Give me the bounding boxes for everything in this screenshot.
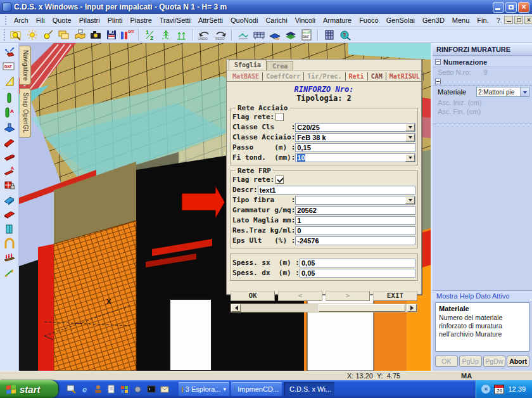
fi-tond-select[interactable]: 10 — [295, 153, 415, 162]
tab-tir-prec[interactable]: Tir/Prec. — [304, 72, 345, 80]
dropdown-arrow-icon[interactable] — [405, 124, 415, 131]
tab-navigatore[interactable]: Navigatore — [20, 46, 31, 85]
menu-fili[interactable]: Fili — [32, 15, 49, 25]
regen-sun-icon[interactable] — [25, 28, 40, 42]
beam-label-icon[interactable]: A — [2, 164, 17, 178]
zoom-point-icon[interactable] — [41, 28, 56, 42]
node-measure-icon[interactable] — [174, 28, 189, 42]
dxf-onoff-icon[interactable]: on-offDXF — [299, 28, 314, 42]
tab-crea[interactable]: Crea — [267, 61, 293, 70]
internet-explorer-icon[interactable]: e — [79, 384, 90, 395]
numbering-icon[interactable]: 12 — [142, 28, 158, 42]
start-button[interactable]: start — [0, 380, 58, 398]
next-button[interactable]: > — [326, 291, 370, 301]
descr-input[interactable]: text1 — [258, 186, 415, 195]
node-tree-icon[interactable] — [158, 28, 174, 42]
mdi-restore-button[interactable] — [514, 16, 523, 24]
document-icon[interactable] — [106, 384, 117, 395]
eps-ult-input[interactable]: -24576 — [295, 236, 415, 245]
tab-sfoglia[interactable]: Sfoglia — [229, 60, 267, 70]
pan-arrows-icon[interactable] — [2, 44, 17, 59]
flag-rete-acciaio-checkbox[interactable] — [276, 113, 284, 121]
classe-cls-select[interactable]: C20/25 — [295, 123, 415, 132]
arch-icon[interactable] — [2, 236, 17, 251]
mdi-minimize-button[interactable] — [504, 16, 513, 24]
redo-icon[interactable]: REDO — [213, 28, 228, 42]
collapse-icon[interactable] — [435, 79, 441, 84]
mail-icon[interactable] — [159, 384, 170, 395]
lato-maglia-input[interactable]: 1 — [295, 216, 415, 225]
save-floppy-icon[interactable] — [104, 28, 119, 42]
dropdown-arrow-icon[interactable] — [520, 87, 529, 96]
scrollbar-thumb[interactable] — [319, 304, 406, 312]
table-icon[interactable] — [251, 28, 267, 42]
user-icon[interactable] — [92, 384, 103, 395]
menu-gen3d[interactable]: Gen3D — [419, 15, 448, 25]
tab-matbase[interactable]: MatBASE — [229, 72, 263, 80]
menu-gensolai[interactable]: GenSolai — [383, 15, 419, 25]
panel-ok-button[interactable]: OK — [435, 356, 458, 367]
ok-button[interactable]: OK — [231, 291, 275, 301]
wall-icon[interactable] — [2, 193, 17, 207]
dropdown-arrow-icon[interactable] — [405, 134, 415, 141]
flag-rete-frp-checkbox[interactable] — [276, 176, 284, 184]
scroll-left-icon[interactable] — [231, 304, 241, 312]
tab-coeffcorr[interactable]: CoeffCorr — [263, 72, 304, 80]
columns-off-icon[interactable]: OFF — [120, 28, 135, 42]
menu-help[interactable]: ? — [493, 15, 504, 25]
measure-caliper-icon[interactable] — [2, 266, 17, 280]
mdi-close-button[interactable]: × — [524, 16, 532, 24]
restore-button[interactable] — [505, 2, 517, 13]
menu-quote[interactable]: Quote — [49, 15, 75, 25]
classe-acciaio-select[interactable]: FeB 38 k — [295, 133, 415, 142]
column-label-icon[interactable]: A — [2, 105, 17, 120]
tipo-fibra-select[interactable] — [295, 196, 415, 205]
foundation-icon[interactable] — [2, 120, 17, 134]
menu-menu[interactable]: Menu — [448, 15, 474, 25]
menu-piastre[interactable]: Piastre — [127, 15, 156, 25]
layers-icon[interactable] — [283, 28, 298, 42]
colors-grid-icon[interactable] — [119, 384, 130, 395]
minimize-button[interactable] — [493, 2, 504, 13]
menu-fin[interactable]: Fin. — [473, 15, 492, 25]
snapshot-camera-icon[interactable] — [88, 28, 103, 42]
dropdown-arrow-icon[interactable] — [405, 196, 415, 204]
grammatur-input[interactable]: 20562 — [295, 206, 415, 215]
pgdw-button[interactable]: PgDw — [483, 356, 506, 367]
res-traz-input[interactable]: 0 — [295, 226, 415, 235]
scroll-right-icon[interactable] — [407, 304, 417, 312]
menu-armature[interactable]: Armature — [319, 15, 355, 25]
beam-icon[interactable] — [2, 149, 17, 164]
menu-fuoco[interactable]: Fuoco — [355, 15, 383, 25]
task-cds[interactable]: C.D.S. x Wi... — [284, 382, 334, 396]
dropdown-arrow-icon[interactable] — [405, 154, 415, 162]
exit-button[interactable]: EXIT — [373, 291, 417, 301]
panel-lock-icon[interactable] — [2, 178, 17, 193]
view-3d-icon[interactable] — [72, 28, 87, 42]
tab-reti[interactable]: Reti — [346, 72, 368, 80]
mesh-gen-icon[interactable] — [236, 28, 251, 42]
ruler-triangle-icon[interactable] — [2, 74, 17, 88]
show-desktop-icon[interactable] — [66, 384, 77, 395]
tab-snap-opengl[interactable]: Snap OpenGL — [20, 88, 31, 138]
spess-dx-input[interactable]: 0,05 — [300, 269, 415, 278]
spess-sx-input[interactable]: 0,05 — [300, 259, 415, 267]
close-button[interactable]: × — [518, 2, 529, 13]
column-icon[interactable] — [2, 91, 17, 105]
menu-plinti[interactable]: Plinti — [104, 15, 127, 25]
calendar-tray-icon[interactable]: 26 — [494, 385, 504, 394]
zoom-window-icon[interactable] — [9, 28, 24, 42]
dxf-export-icon[interactable]: DXF — [2, 59, 17, 74]
tab-cam[interactable]: CAM — [368, 72, 386, 80]
slab-icon[interactable] — [2, 222, 17, 236]
menu-arch[interactable]: Arch — [10, 15, 32, 25]
tray-collapse-button[interactable]: « — [481, 385, 490, 394]
dialog-scrollbar[interactable] — [231, 304, 417, 312]
menu-quonodi[interactable]: QuoNodi — [227, 15, 262, 25]
menu-pilastri[interactable]: Pilastri — [75, 15, 104, 25]
help-search-icon[interactable]: ? — [338, 28, 353, 42]
console-icon[interactable] — [146, 384, 156, 395]
copy-floor-icon[interactable] — [56, 28, 72, 42]
menu-travi-setti[interactable]: Travi/Setti — [156, 15, 194, 25]
load-arrows-icon[interactable] — [2, 251, 17, 266]
